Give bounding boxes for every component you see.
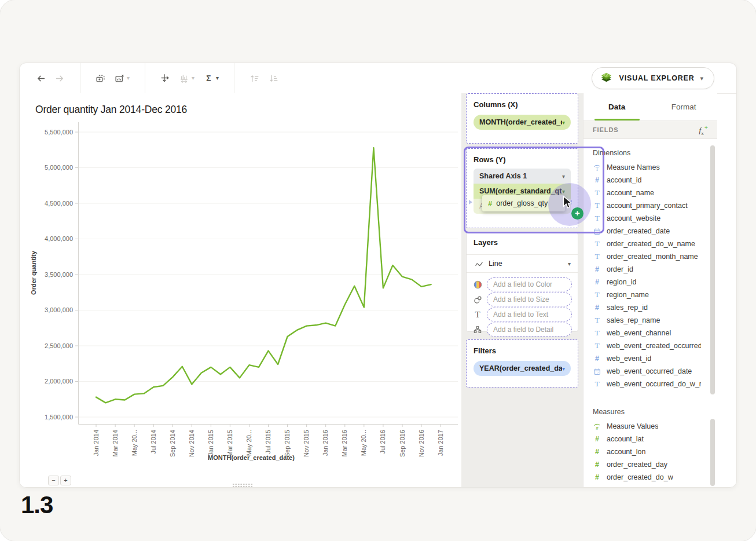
workspace: Order quantity Jan 2014-Dec 2016 5,500,0… — [20, 93, 736, 487]
field-row[interactable]: Tweb_event_channel — [593, 327, 701, 339]
svg-text:Sep 2014: Sep 2014 — [169, 430, 176, 457]
field-row[interactable]: Torder_created_do_w_name — [593, 237, 701, 250]
toolbar-back-button[interactable] — [36, 74, 46, 83]
field-row[interactable]: #sales_rep_id — [593, 301, 701, 314]
detail-drop-zone[interactable]: Add a field to Detail — [487, 323, 572, 337]
measures-scrollbar[interactable] — [710, 419, 715, 486]
svg-text:Jan 2017: Jan 2017 — [437, 430, 444, 456]
fields-section-label: FIELDS — [593, 126, 619, 133]
mark-type-select[interactable]: Line ▾ — [467, 255, 578, 273]
svg-text:Jan 2014: Jan 2014 — [93, 430, 100, 456]
add-calculated-field-button[interactable]: fx+ — [699, 124, 708, 136]
tab-format[interactable]: Format — [651, 93, 718, 120]
field-row[interactable]: #web_event_id — [593, 352, 701, 365]
field-row[interactable]: #account_lon — [593, 445, 701, 458]
filter-field-pill[interactable]: YEAR(order_created_date) ▾ — [474, 361, 571, 376]
columns-field-pill[interactable]: MONTH(order_created_d... ▾ — [474, 115, 571, 130]
chart-pane: Order quantity Jan 2014-Dec 2016 5,500,0… — [20, 93, 461, 488]
active-tab-underline — [594, 119, 640, 120]
field-label: order_created_do_w — [607, 473, 673, 481]
field-row[interactable]: #order_created_do_w — [593, 471, 701, 484]
chevron-down-icon: ▾ — [192, 75, 194, 81]
field-label: Measure Names — [607, 163, 660, 171]
toolbar-group: ▾ — [80, 63, 145, 93]
field-row[interactable]: Torder_created_month_name — [593, 250, 701, 263]
field-row[interactable]: Tweb_event_occurred_do_w_na... — [593, 378, 701, 390]
number-icon: # — [593, 460, 601, 469]
rows-field-label: SUM(order_standard_qty) — [479, 187, 562, 195]
field-row[interactable]: #order_created_day — [593, 458, 701, 471]
mouse-cursor — [560, 195, 573, 213]
toolbar-group — [234, 63, 293, 93]
svg-text:May 20...: May 20... — [131, 430, 138, 456]
field-row[interactable]: order_created_date — [593, 225, 701, 237]
zoom-out-button[interactable]: − — [48, 476, 59, 485]
text-drop-zone[interactable]: Add a field to Text — [487, 308, 572, 321]
fields-tabs: Data Format — [583, 93, 717, 121]
text-icon: T — [593, 290, 601, 299]
chevron-down-icon: ▾ — [562, 365, 565, 372]
text-icon: T — [472, 310, 483, 319]
field-row[interactable]: TMeasure Names — [593, 161, 701, 174]
field-row[interactable]: #account_lat — [593, 433, 701, 445]
fields-list: Dimensions TMeasure Names#account_idTacc… — [583, 139, 717, 488]
dimensions-scrollbar[interactable] — [710, 145, 715, 394]
toolbar-remove-viz-button[interactable]: ▾ — [115, 74, 130, 83]
field-row[interactable]: web_event_occurred_date — [593, 365, 701, 378]
svg-text:3,000,000: 3,000,000 — [45, 306, 73, 313]
color-drop-zone[interactable]: Add a field to Color — [487, 277, 572, 291]
field-row[interactable]: Taccount_name — [593, 187, 701, 199]
field-row[interactable]: #order_id — [593, 263, 701, 276]
line-chart[interactable]: 5,500,0005,000,0004,500,0004,000,0003,50… — [20, 93, 461, 488]
visual-explorer-button[interactable]: VISUAL EXPLORER ▾ — [592, 67, 714, 89]
field-row[interactable]: #account_id — [593, 174, 701, 187]
fields-panel: Data Format FIELDS fx+ Dimensions TMeasu… — [583, 93, 717, 488]
field-row[interactable]: #region_id — [593, 276, 701, 288]
field-row[interactable]: Tregion_name — [593, 288, 701, 301]
text-icon: T — [593, 252, 601, 261]
shared-axis-pill[interactable]: Shared Axis 1 ▾ — [474, 169, 571, 184]
filter-field-label: YEAR(order_created_date) — [479, 364, 562, 372]
field-label: order_created_month_name — [607, 253, 698, 261]
field-row[interactable]: #order_created_hour — [593, 484, 701, 488]
svg-text:2,500,000: 2,500,000 — [45, 342, 73, 349]
field-row[interactable]: #Measure Values — [593, 420, 701, 433]
number-icon: # — [593, 265, 601, 273]
chevron-down-icon: ▾ — [700, 75, 703, 82]
toolbar-sort-ascending-button — [249, 74, 259, 83]
filters-title: Filters — [474, 345, 571, 357]
chart-resize-handle[interactable] — [232, 483, 253, 488]
toolbar-sigma-button[interactable]: Σ▾ — [204, 74, 219, 83]
svg-text:1,500,000: 1,500,000 — [45, 414, 73, 421]
svg-text:Nov 2014: Nov 2014 — [188, 430, 195, 457]
svg-text:#: # — [596, 425, 599, 430]
tab-data[interactable]: Data — [583, 93, 651, 120]
svg-text:Mar 2015: Mar 2015 — [226, 430, 233, 456]
text-icon: T — [593, 188, 601, 198]
svg-text:Jan 2016: Jan 2016 — [322, 430, 329, 456]
columns-field-label: MONTH(order_created_d... — [479, 118, 562, 126]
field-row[interactable]: Taccount_website — [593, 212, 701, 225]
number-icon: # — [593, 176, 601, 184]
toolbar-duplicate-viz-button[interactable] — [96, 74, 105, 83]
text-icon: T — [593, 328, 601, 338]
chevron-down-icon: ▾ — [562, 119, 565, 126]
svg-text:4,500,000: 4,500,000 — [45, 200, 73, 207]
field-label: sales_rep_id — [607, 304, 648, 312]
size-drop-zone[interactable]: Add a field to Size — [487, 293, 572, 306]
filters-shelf: Filters YEAR(order_created_date) ▾ — [466, 339, 578, 388]
field-label: Measure Values — [607, 422, 658, 430]
zoom-in-button[interactable]: + — [60, 476, 71, 485]
number-icon: # — [593, 278, 601, 286]
field-label: order_created_date — [607, 227, 670, 235]
field-row[interactable]: Tsales_rep_name — [593, 314, 701, 327]
svg-text:Jan 2015: Jan 2015 — [207, 430, 214, 456]
svg-text:Σ: Σ — [206, 74, 211, 83]
field-row[interactable]: Taccount_primary_contact — [593, 199, 701, 212]
field-label: web_event_channel — [607, 329, 671, 337]
field-row[interactable]: Tweb_event_created_occurred... — [593, 339, 701, 352]
toolbar-histogram-button: ▾ — [179, 74, 194, 83]
measure-values-icon: # — [593, 423, 601, 430]
toolbar-swap-axes-button[interactable] — [160, 74, 170, 83]
number-icon: # — [593, 354, 601, 363]
